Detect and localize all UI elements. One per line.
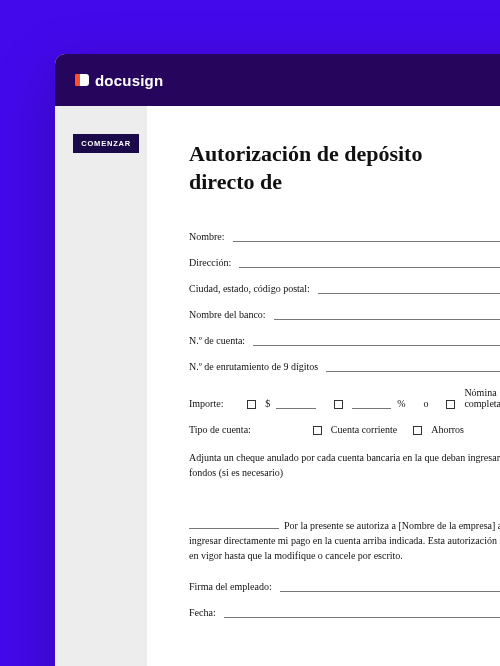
input-percent-amount[interactable] bbox=[352, 399, 392, 409]
input-address[interactable] bbox=[239, 258, 500, 268]
field-address: Dirección: bbox=[189, 257, 500, 268]
field-amount: Importe: $ % o Nómina completa bbox=[189, 387, 500, 409]
label-savings: Ahorros bbox=[431, 424, 464, 435]
input-employee-signature[interactable] bbox=[280, 582, 500, 592]
title-line-2: directo de bbox=[189, 169, 282, 194]
voided-check-note: Adjunta un cheque anulado por cada cuent… bbox=[189, 450, 500, 480]
app-window: docusign COMENZAR Autorización de depósi… bbox=[55, 54, 500, 666]
label-account-type: Tipo de cuenta: bbox=[189, 424, 251, 435]
label-account-number: N.º de cuenta: bbox=[189, 335, 245, 346]
docusign-logo-icon bbox=[75, 73, 89, 87]
document-page: Autorización de depósito directo de Nomb… bbox=[147, 106, 500, 666]
checkbox-checking[interactable] bbox=[313, 426, 322, 435]
field-account-type: Tipo de cuenta: Cuenta corriente Ahorros bbox=[189, 424, 500, 435]
input-city-state-zip[interactable] bbox=[318, 284, 500, 294]
field-date: Fecha: bbox=[189, 607, 500, 618]
sidebar: COMENZAR bbox=[55, 106, 147, 153]
label-amount: Importe: bbox=[189, 398, 223, 409]
field-account-number: N.º de cuenta: bbox=[189, 335, 500, 346]
label-currency: $ bbox=[265, 398, 270, 409]
input-bank-name[interactable] bbox=[274, 310, 500, 320]
field-city-state-zip: Ciudad, estado, código postal: bbox=[189, 283, 500, 294]
label-employee-signature: Firma del empleado: bbox=[189, 581, 272, 592]
input-routing-number[interactable] bbox=[326, 362, 500, 372]
label-name: Nombre: bbox=[189, 231, 225, 242]
field-bank-name: Nombre del banco: bbox=[189, 309, 500, 320]
label-bank-name: Nombre del banco: bbox=[189, 309, 266, 320]
label-or: o bbox=[424, 398, 429, 409]
label-date: Fecha: bbox=[189, 607, 216, 618]
start-button[interactable]: COMENZAR bbox=[73, 134, 139, 153]
checkbox-full-payroll[interactable] bbox=[446, 400, 455, 409]
input-name[interactable] bbox=[233, 232, 500, 242]
checkbox-dollar[interactable] bbox=[247, 400, 256, 409]
field-employee-signature: Firma del empleado: bbox=[189, 581, 500, 592]
field-routing-number: N.º de enrutamiento de 9 dígitos bbox=[189, 361, 500, 372]
checkbox-percent[interactable] bbox=[334, 400, 343, 409]
label-full-payroll: Nómina completa bbox=[464, 387, 500, 409]
label-checking: Cuenta corriente bbox=[331, 424, 397, 435]
field-name: Nombre: bbox=[189, 231, 500, 242]
input-dollar-amount[interactable] bbox=[276, 399, 316, 409]
label-city-state-zip: Ciudad, estado, código postal: bbox=[189, 283, 310, 294]
brand-logo: docusign bbox=[75, 72, 163, 89]
input-auth-blank[interactable] bbox=[189, 519, 279, 529]
title-line-1: Autorización de depósito bbox=[189, 141, 422, 166]
document-title: Autorización de depósito directo de bbox=[189, 140, 500, 195]
label-percent: % bbox=[397, 398, 405, 409]
authorization-paragraph: Por la presente se autoriza a [Nombre de… bbox=[189, 518, 500, 563]
header-bar: docusign bbox=[55, 54, 500, 106]
label-routing-number: N.º de enrutamiento de 9 dígitos bbox=[189, 361, 318, 372]
input-date[interactable] bbox=[224, 608, 500, 618]
checkbox-savings[interactable] bbox=[413, 426, 422, 435]
label-address: Dirección: bbox=[189, 257, 231, 268]
input-account-number[interactable] bbox=[253, 336, 500, 346]
brand-name: docusign bbox=[95, 72, 163, 89]
workspace: COMENZAR Autorización de depósito direct… bbox=[55, 106, 500, 666]
